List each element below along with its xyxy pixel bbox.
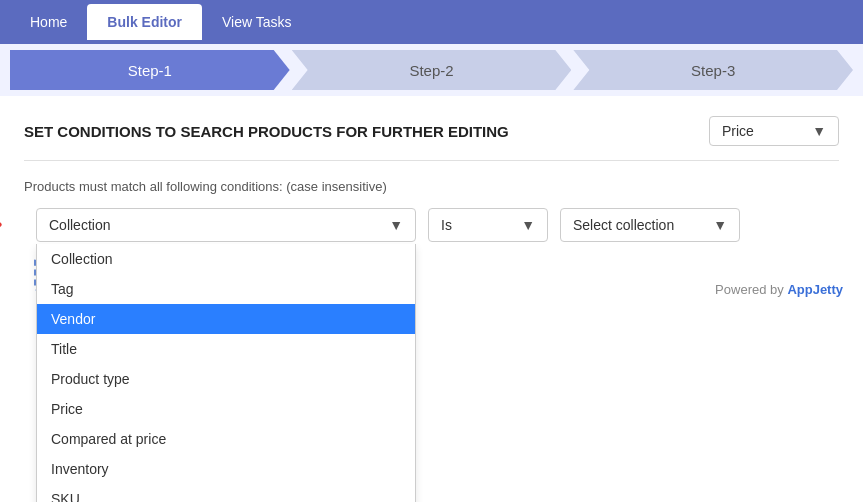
condition-description: Products must match all following condit…	[24, 179, 839, 194]
field-dropdown-menu: Collection Tag Vendor Title Product type…	[36, 244, 416, 502]
footer: Powered by AppJetty	[715, 282, 843, 297]
operator-dropdown-button[interactable]: Is ▼	[428, 208, 548, 242]
menu-item-sku[interactable]: SKU	[37, 484, 415, 502]
content-header: SET CONDITIONS TO SEARCH PRODUCTS FOR FU…	[24, 116, 839, 161]
filter-row: ➜ Collection ▼ Collection Tag Vendor Tit…	[24, 208, 839, 242]
value-dropdown-button[interactable]: Select collection ▼	[560, 208, 740, 242]
field-dropdown-label: Collection	[49, 217, 110, 233]
footer-brand: AppJetty	[787, 282, 843, 297]
nav-tab-home[interactable]: Home	[10, 4, 87, 40]
nav-tab-bulk-editor[interactable]: Bulk Editor	[87, 4, 202, 40]
menu-item-inventory[interactable]: Inventory	[37, 454, 415, 484]
menu-item-tag[interactable]: Tag	[37, 274, 415, 304]
red-arrow-icon: ➜	[0, 212, 2, 238]
menu-item-title[interactable]: Title	[37, 334, 415, 364]
footer-text: Powered by	[715, 282, 787, 297]
menu-item-collection[interactable]: Collection	[37, 244, 415, 274]
main-content: SET CONDITIONS TO SEARCH PRODUCTS FOR FU…	[0, 96, 863, 311]
steps-bar: Step-1 Step-2 Step-3	[0, 44, 863, 96]
field-dropdown-caret: ▼	[389, 217, 403, 233]
menu-item-product-type[interactable]: Product type	[37, 364, 415, 394]
menu-item-price[interactable]: Price	[37, 394, 415, 424]
field-dropdown-button[interactable]: Collection ▼	[36, 208, 416, 242]
step-1[interactable]: Step-1	[10, 50, 290, 90]
price-dropdown-label: Price	[722, 123, 754, 139]
price-dropdown-caret: ▼	[812, 123, 826, 139]
operator-dropdown-caret: ▼	[521, 217, 535, 233]
field-dropdown-container: Collection ▼ Collection Tag Vendor Title…	[36, 208, 416, 242]
top-nav: Home Bulk Editor View Tasks	[0, 0, 863, 44]
menu-item-vendor[interactable]: Vendor	[37, 304, 415, 334]
step-2[interactable]: Step-2	[292, 50, 572, 90]
value-dropdown-caret: ▼	[713, 217, 727, 233]
menu-item-compared-at-price[interactable]: Compared at price	[37, 424, 415, 454]
step-3[interactable]: Step-3	[573, 50, 853, 90]
price-dropdown[interactable]: Price ▼	[709, 116, 839, 146]
operator-dropdown-label: Is	[441, 217, 452, 233]
page-title: SET CONDITIONS TO SEARCH PRODUCTS FOR FU…	[24, 123, 509, 140]
nav-tab-view-tasks[interactable]: View Tasks	[202, 4, 312, 40]
value-dropdown-label: Select collection	[573, 217, 674, 233]
